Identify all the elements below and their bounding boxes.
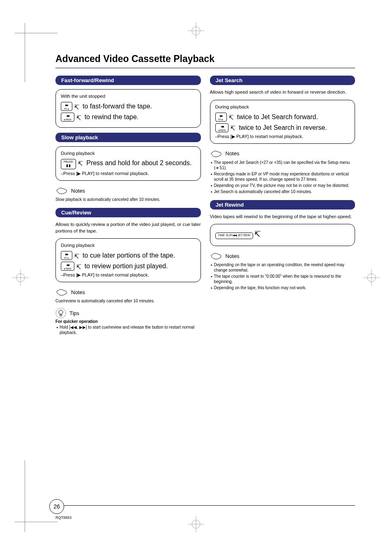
ff-button-icon: ▸▸FF ▸ [61, 251, 72, 260]
slow-restart: –Press [▶ PLAY] to restart normal playba… [61, 171, 196, 176]
rew-button-icon: ◂◂◂ REW [61, 262, 74, 271]
notes-icon [55, 186, 68, 196]
notes-icon [210, 149, 222, 159]
cue-instruction: to cue later portions of the tape. [83, 251, 175, 259]
tips-label: Tips [69, 310, 79, 316]
section-header-jetrew: Jet Rewind [210, 200, 355, 210]
section-header-cue: Cue/Review [55, 208, 201, 217]
review-instruction: to review portion just played. [85, 262, 168, 270]
registration-mark-bottom [188, 516, 204, 532]
tips-subtitle: For quicker operation [55, 319, 201, 324]
notes-label: Notes [71, 289, 85, 295]
rew-button-icon: ◂◂◂ REW [61, 113, 74, 122]
notes-label: Notes [226, 253, 240, 259]
registration-mark-left [12, 269, 29, 286]
jetrew-intro: Video tapes will rewind to the beginning… [210, 214, 355, 220]
jetrew-note-1: Depending on the tape or an operating co… [211, 262, 355, 273]
svg-rect-14 [60, 314, 62, 316]
panel-context: With the unit stopped [61, 94, 196, 99]
registration-mark-right [363, 269, 380, 286]
section-header-jet: Jet Search [210, 76, 355, 85]
panel-context: During playback [61, 243, 196, 248]
rew-instruction: to rewind the tape. [85, 113, 139, 121]
ff-button-icon: ▸▸FF ▸ [215, 113, 227, 122]
panel-context: During playback [61, 151, 196, 156]
title-rule [55, 68, 355, 68]
press-cursor-icon: ↸ [76, 114, 81, 122]
jetrew-note-3: Depending on the tape, this function may… [211, 285, 355, 290]
press-cursor-icon: ↸ [254, 229, 261, 239]
jet-restart: –Press [▶ PLAY] to restart normal playba… [215, 134, 350, 139]
timeslip-jetrew-button-icon: TIME SLIP/◀◀ JET REW [215, 233, 253, 239]
svg-point-12 [56, 308, 66, 318]
jet-intro: Allows high speed search of video in for… [210, 89, 355, 96]
panel-context: During playback [215, 104, 350, 109]
jetrew-note-2: The tape counter is reset to "0:00.00" w… [211, 274, 355, 284]
jet-note-4: Jet Search is automatically canceled aft… [211, 189, 355, 194]
pause-button-icon: PAUSE▮▮ [61, 159, 76, 169]
panel-cue: During playback ▸▸FF ▸ ↸ to cue later po… [55, 238, 201, 282]
press-cursor-icon: ↸ [228, 114, 234, 122]
cue-restart: –Press [▶ PLAY] to restart normal playba… [61, 272, 196, 278]
tips-icon [55, 308, 66, 318]
panel-jet: During playback ▸▸FF ▸ ↸ twice to Jet Se… [210, 100, 355, 144]
ff-button-icon: ▸▸FF ▸ [61, 102, 72, 111]
jet-rev-instruction: twice to Jet Search in reverse. [239, 124, 327, 131]
notes-icon [210, 251, 222, 261]
panel-jetrew: TIME SLIP/◀◀ JET REW ↸ [210, 224, 355, 246]
svg-point-13 [59, 310, 63, 314]
tips-bullet: Hold [◀◀, ▶▶] to start cue/review and re… [56, 325, 201, 335]
press-cursor-icon: ↸ [74, 104, 79, 111]
press-cursor-icon: ↸ [76, 263, 81, 271]
footer-rule [55, 505, 355, 506]
panel-slow: During playback PAUSE▮▮ ↸ Press and hold… [55, 146, 201, 181]
notes-label: Notes [71, 188, 85, 194]
slow-note: Slow playback is automatically canceled … [55, 197, 201, 202]
jet-note-3: Depending on your TV, the picture may no… [211, 183, 355, 188]
panel-ffrw: With the unit stopped ▸▸FF ▸ ↸ to fast-f… [55, 89, 201, 128]
cue-intro: Allows to quickly review a portion of th… [55, 221, 201, 234]
registration-mark-top [188, 23, 204, 39]
press-cursor-icon: ↸ [230, 124, 235, 132]
document-id: RQT8853 [55, 516, 71, 520]
rew-button-icon: ◂◂◂ REW [215, 123, 229, 132]
notes-label: Notes [226, 150, 240, 157]
slow-instruction: Press and hold for about 2 seconds. [86, 159, 191, 167]
section-header-slow: Slow playback [55, 133, 201, 142]
press-cursor-icon: ↸ [74, 253, 79, 260]
section-header-ffrw: Fast-forward/Rewind [55, 76, 201, 85]
cue-note: Cue/review is automatically canceled aft… [55, 298, 201, 304]
crop-mark-top-left [25, 33, 58, 82]
page-number: 26 [49, 499, 64, 514]
jet-note-2: Recordings made in EP or VP mode may exp… [211, 171, 355, 182]
page-title: Advanced Video Cassette Playback [55, 53, 355, 64]
jet-note-1: The speed of Jet Search (×27 or ×35) can… [211, 160, 355, 170]
ff-instruction: to fast-forward the tape. [83, 102, 152, 110]
press-cursor-icon: ↸ [78, 160, 83, 168]
notes-icon [55, 287, 68, 297]
jet-fwd-instruction: twice to Jet Search forward. [237, 113, 318, 121]
